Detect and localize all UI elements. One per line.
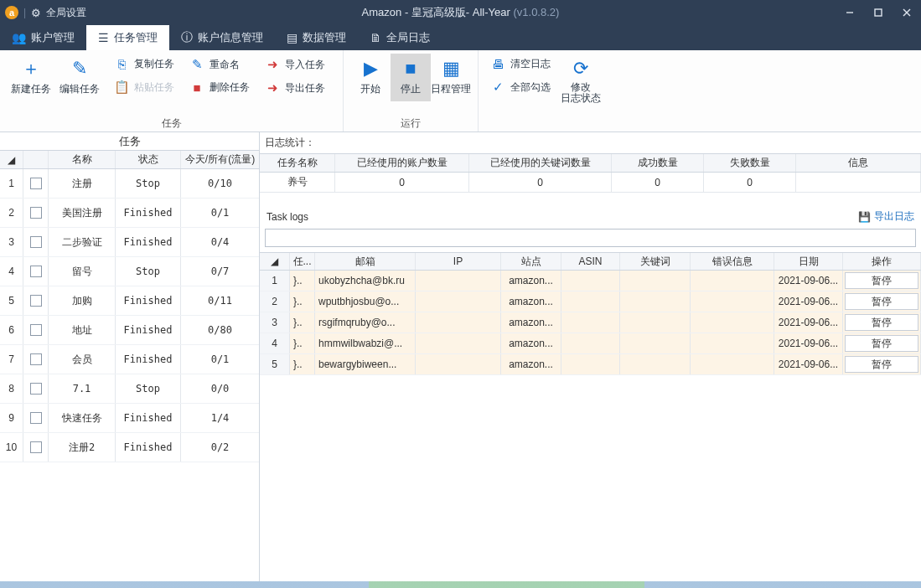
row-checkbox[interactable] (23, 257, 49, 286)
row-name: 留号 (49, 257, 116, 286)
log-site-header[interactable]: 站点 (501, 253, 561, 270)
schedule-button[interactable]: ▦日程管理 (431, 54, 471, 101)
stop-button[interactable]: ■停止 (391, 54, 431, 101)
row-index: 8 (0, 374, 23, 403)
log-mail-header[interactable]: 邮箱 (315, 253, 416, 270)
row-flow: 0/0 (181, 374, 259, 403)
log-row-date: 2021-09-06... (774, 333, 843, 353)
close-button[interactable] (893, 0, 921, 25)
row-checkbox[interactable] (23, 345, 49, 374)
app-version-text: (v1.0.8.2) (513, 6, 559, 18)
log-row-op: 暂停 (843, 271, 921, 291)
pause-button[interactable]: 暂停 (845, 272, 918, 289)
checkbox-column-header[interactable] (23, 151, 49, 168)
row-checkbox[interactable] (23, 199, 49, 227)
row-index: 6 (0, 316, 23, 344)
task-row[interactable]: 3二步验证Finished0/4 (0, 228, 259, 257)
tab-task-manage[interactable]: ☰任务管理 (86, 25, 169, 50)
pause-button[interactable]: 暂停 (845, 293, 918, 310)
new-task-button[interactable]: ＋新建任务 (7, 54, 55, 101)
task-row[interactable]: 4留号Stop0/7 (0, 257, 259, 286)
task-grid-body[interactable]: 1注册Stop0/102美国注册Finished0/13二步验证Finished… (0, 169, 259, 581)
task-row[interactable]: 2美国注册Finished0/1 (0, 199, 259, 228)
stats-ok-header[interactable]: 成功数量 (612, 154, 704, 172)
export-task-button[interactable]: ➜导出任务 (260, 77, 330, 99)
log-index-header[interactable]: ◢ (260, 253, 290, 270)
log-row[interactable]: 1}..ukobyzhcha@bk.ruamazon...2021-09-06.… (260, 271, 921, 291)
row-checkbox[interactable] (23, 374, 49, 403)
task-row[interactable]: 6地址Finished0/80 (0, 316, 259, 345)
stop-icon: ■ (405, 59, 416, 79)
row-checkbox[interactable] (23, 404, 49, 432)
log-row-site: amazon... (501, 354, 561, 374)
log-date-header[interactable]: 日期 (774, 253, 843, 270)
main-tabstrip: 👥账户管理 ☰任务管理 ⓘ账户信息管理 ▤数据管理 🗎全局日志 (0, 25, 921, 50)
log-row[interactable]: 5}..bewargybiween...amazon...2021-09-06.… (260, 354, 921, 375)
modify-log-status-button[interactable]: ⟳修改 日志状态 (556, 54, 606, 109)
task-row[interactable]: 10注册2Finished0/2 (0, 433, 259, 462)
stats-name-header[interactable]: 任务名称 (260, 154, 335, 172)
pause-button[interactable]: 暂停 (845, 356, 918, 373)
task-logs-title: Task logs (266, 211, 308, 223)
start-button[interactable]: ▶开始 (350, 54, 391, 101)
row-checkbox[interactable] (23, 169, 49, 198)
log-row-index: 5 (260, 354, 290, 374)
log-task-header[interactable]: 任... (290, 253, 315, 270)
select-all-button[interactable]: ✓全部勾选 (485, 76, 556, 98)
pause-button[interactable]: 暂停 (845, 335, 918, 352)
stats-info-header[interactable]: 信息 (796, 154, 921, 172)
tab-account-manage[interactable]: 👥账户管理 (0, 25, 86, 50)
log-row[interactable]: 4}..hmmwilbwabzi@...amazon...2021-09-06.… (260, 333, 921, 354)
status-column-header[interactable]: 状态 (116, 151, 181, 168)
maximize-button[interactable] (864, 0, 893, 25)
log-row[interactable]: 2}..wputbhjosbu@o...amazon...2021-09-06.… (260, 291, 921, 312)
row-checkbox[interactable] (23, 316, 49, 344)
rename-task-button[interactable]: ✎重命名 (184, 54, 255, 75)
clear-log-button[interactable]: 🖶清空日志 (485, 54, 556, 75)
row-checkbox[interactable] (23, 286, 49, 315)
minimize-button[interactable] (836, 0, 864, 25)
log-row-asin (561, 354, 620, 374)
task-row[interactable]: 1注册Stop0/10 (0, 169, 259, 199)
log-row[interactable]: 3}..rsgifmqruby@o...amazon...2021-09-06.… (260, 312, 921, 333)
log-row-asin (561, 291, 620, 312)
task-logs-body[interactable]: 1}..ukobyzhcha@bk.ruamazon...2021-09-06.… (260, 271, 921, 375)
gear-icon[interactable]: ⚙ (31, 7, 41, 19)
play-icon: ▶ (364, 59, 378, 79)
tab-account-info[interactable]: ⓘ账户信息管理 (169, 25, 275, 50)
name-column-header[interactable]: 名称 (49, 151, 116, 168)
global-settings-label[interactable]: 全局设置 (46, 6, 86, 20)
log-err-header[interactable]: 错误信息 (691, 253, 774, 270)
copy-task-button[interactable]: ⎘复制任务 (109, 54, 179, 75)
log-op-header[interactable]: 操作 (843, 253, 921, 270)
task-logs-search-input[interactable] (265, 229, 916, 247)
log-row-op: 暂停 (843, 333, 921, 353)
pause-button[interactable]: 暂停 (845, 314, 918, 331)
log-asin-header[interactable]: ASIN (561, 253, 620, 270)
edit-task-button[interactable]: ✎编辑任务 (55, 54, 104, 101)
app-icon: a (5, 6, 18, 19)
stats-fail-header[interactable]: 失败数量 (704, 154, 796, 172)
log-kw-header[interactable]: 关键词 (620, 253, 691, 270)
corner-cell[interactable]: ◢ (0, 151, 23, 168)
log-ip-header[interactable]: IP (416, 253, 501, 270)
row-status: Stop (116, 169, 181, 198)
stats-kw-header[interactable]: 已经使用的关键词数量 (469, 154, 612, 172)
log-row-mail: ukobyzhcha@bk.ru (315, 271, 416, 291)
stats-acc-header[interactable]: 已经使用的账户数量 (335, 154, 469, 172)
flow-column-header[interactable]: 今天/所有(流量) (181, 151, 259, 168)
tab-global-log[interactable]: 🗎全局日志 (358, 25, 442, 50)
delete-task-button[interactable]: ■删除任务 (184, 77, 255, 98)
task-row[interactable]: 9快速任务Finished1/4 (0, 404, 259, 433)
import-task-button[interactable]: ➜导入任务 (260, 54, 330, 75)
tab-data-manage[interactable]: ▤数据管理 (275, 25, 358, 50)
task-row[interactable]: 5加购Finished0/11 (0, 286, 259, 316)
row-checkbox[interactable] (23, 433, 49, 462)
export-log-button[interactable]: 💾导出日志 (858, 209, 914, 224)
task-row[interactable]: 87.1Stop0/0 (0, 374, 259, 404)
log-row-ip (416, 333, 501, 353)
task-row[interactable]: 7会员Finished0/1 (0, 345, 259, 374)
log-row-mail: bewargybiween... (315, 354, 416, 374)
row-checkbox[interactable] (23, 228, 49, 256)
right-pane: 日志统计： 任务名称 已经使用的账户数量 已经使用的关键词数量 成功数量 失败数… (260, 132, 921, 581)
